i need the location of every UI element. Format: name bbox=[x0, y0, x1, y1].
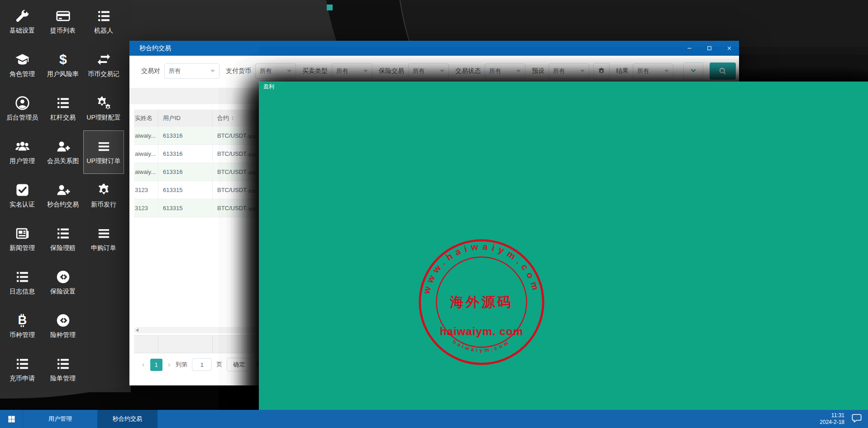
sidebar-item[interactable]: 基础设置 bbox=[2, 0, 43, 43]
list-icon bbox=[56, 96, 71, 111]
sidebar-item[interactable]: 会员关系图 bbox=[43, 130, 83, 174]
sidebar-item-label: 险种管理 bbox=[50, 331, 76, 339]
filter-label: 预设 bbox=[532, 67, 544, 75]
sort-icon[interactable]: ▲▼ bbox=[231, 115, 234, 121]
chat-button[interactable] bbox=[852, 413, 862, 425]
sidebar-item[interactable]: UP理财配置 bbox=[83, 87, 124, 130]
filter-select-value: 所有 bbox=[637, 67, 649, 75]
table-row[interactable]: 3123 613315 BTC/USDT-30S USDT 涨↑ 已平仓 10 … bbox=[134, 181, 732, 199]
scroll-left-arrow[interactable] bbox=[136, 328, 138, 332]
window-titlebar[interactable]: 秒合约交易 bbox=[129, 41, 739, 56]
sidebar-item[interactable]: B 币种管理 bbox=[2, 304, 43, 348]
sidebar-item-label: 新币发行 bbox=[91, 201, 116, 209]
filter-select[interactable]: 所有 bbox=[332, 63, 372, 79]
sidebar-item[interactable]: UP理财订单 bbox=[83, 130, 124, 174]
sidebar-item[interactable]: 角色管理 bbox=[2, 43, 43, 87]
filter-select-value: 所有 bbox=[489, 67, 501, 75]
sidebar-item[interactable]: 申购订单 bbox=[83, 217, 124, 261]
magnifier-icon bbox=[718, 67, 727, 76]
sidebar-item-label: 申购订单 bbox=[91, 244, 116, 252]
sidebar-item[interactable]: 保险设置 bbox=[43, 261, 83, 304]
minimize-icon bbox=[687, 45, 692, 51]
prev-page-button[interactable]: ‹ bbox=[141, 360, 146, 369]
column-header[interactable]: 实姓名 ▲▼ bbox=[134, 110, 158, 127]
sidebar-item[interactable]: 实名认证 bbox=[2, 174, 43, 217]
sidebar-item[interactable]: 机器人 bbox=[83, 0, 124, 43]
column-header-label: 用户ID bbox=[163, 114, 181, 122]
sidebar-item-label: 用户风险率 bbox=[47, 70, 79, 78]
sidebar-item-label: 币种管理 bbox=[10, 331, 35, 339]
sidebar-item-label: 币币交易记 bbox=[88, 70, 119, 78]
wrench-icon bbox=[15, 9, 30, 24]
window-control-button[interactable] bbox=[699, 41, 719, 56]
sidebar-item[interactable]: 新闻管理 bbox=[2, 217, 43, 261]
sidebar-item[interactable]: 提币列表 bbox=[43, 0, 83, 43]
sidebar-item-label: 保险设置 bbox=[50, 288, 76, 296]
column-header-label: 合约 bbox=[217, 114, 229, 122]
orders-table: 实姓名 ▲▼ 用户ID ▲▼ 合约 ▲▼ 币种 ▲▼ bbox=[134, 110, 732, 217]
list-icon bbox=[15, 356, 30, 371]
sidebar-item[interactable]: 险种管理 bbox=[43, 304, 83, 348]
close-icon bbox=[726, 45, 732, 51]
filter-select[interactable]: 所有 bbox=[548, 63, 589, 79]
preset-config-button[interactable] bbox=[593, 63, 610, 79]
start-button[interactable] bbox=[0, 410, 23, 428]
sidebar-item-label: 险单管理 bbox=[50, 375, 76, 383]
confirm-button[interactable]: 确定 bbox=[227, 358, 251, 371]
search-button[interactable] bbox=[710, 63, 736, 80]
filter-select[interactable]: 所有 bbox=[255, 63, 296, 79]
sidebar-item[interactable]: $ 用户风险率 bbox=[43, 43, 83, 87]
filter-select[interactable]: 所有 bbox=[633, 63, 673, 79]
chevron-down-icon bbox=[690, 67, 697, 75]
taskbar-clock[interactable]: 11:31 2024-2-18 bbox=[820, 412, 844, 426]
sidebar-item-label: 角色管理 bbox=[10, 70, 35, 78]
cell-real-name: aiwaiy... bbox=[134, 127, 158, 144]
taskbar-tray: 11:31 2024-2-18 bbox=[820, 410, 868, 428]
sidebar-item[interactable]: 币币交易记 bbox=[83, 43, 124, 87]
taskbar-item[interactable]: 秒合约交易 bbox=[97, 410, 157, 428]
list-icon bbox=[56, 226, 71, 241]
sidebar-item[interactable]: 用户管理 bbox=[2, 130, 43, 174]
cell-result: 盈利 bbox=[514, 181, 566, 199]
svg-text:B: B bbox=[18, 313, 27, 327]
column-header[interactable]: 用户ID ▲▼ bbox=[158, 110, 213, 127]
gears-icon bbox=[96, 96, 111, 111]
filter-bar: 交易对 所有 支付货币 所有 bbox=[129, 56, 739, 80]
clock-date: 2024-2-18 bbox=[820, 419, 844, 426]
windows-start-icon bbox=[7, 415, 16, 423]
sidebar-item[interactable]: 新币发行 bbox=[83, 174, 124, 217]
sidebar-item[interactable]: 秒合约交易 bbox=[43, 174, 83, 217]
chevron-down-icon bbox=[210, 70, 215, 72]
filter-select[interactable]: 所有 bbox=[408, 63, 449, 79]
card-icon bbox=[56, 9, 71, 24]
taskbar: 用户管理 秒合约交易 11:31 2024-2-18 bbox=[0, 410, 868, 428]
sidebar-item[interactable]: 充币申请 bbox=[2, 348, 43, 391]
brand-circle-icon bbox=[56, 313, 71, 328]
sidebar-item-label: 基础设置 bbox=[10, 27, 35, 35]
app-window: 秒合约交易 交易对 所有 bbox=[129, 41, 739, 385]
filter-label: 交易状态 bbox=[455, 67, 481, 75]
filter-select[interactable]: 所有 bbox=[164, 63, 219, 79]
sidebar-item-label: 用户管理 bbox=[10, 157, 35, 165]
taskbar-item[interactable]: 用户管理 bbox=[33, 410, 87, 428]
cell-real-name: aiwaiy... bbox=[134, 145, 158, 163]
filter-select[interactable]: 所有 bbox=[485, 63, 525, 79]
sidebar-item-label: 后台管理员 bbox=[6, 114, 38, 122]
gear-icon bbox=[597, 67, 606, 75]
chevron-down-icon bbox=[440, 70, 444, 72]
sidebar-item-label: 保险理赔 bbox=[50, 244, 76, 252]
sidebar-item[interactable]: 险单管理 bbox=[43, 348, 83, 391]
maximize-icon bbox=[706, 45, 712, 51]
current-page-button[interactable]: 1 bbox=[150, 359, 162, 371]
sidebar-item-label: 日志信息 bbox=[10, 288, 35, 296]
window-control-button[interactable] bbox=[719, 41, 739, 56]
sidebar-item[interactable]: 保险理赔 bbox=[43, 217, 83, 261]
sidebar-item[interactable]: 杠杆交易 bbox=[43, 87, 83, 130]
sidebar-item[interactable]: 后台管理员 bbox=[2, 87, 43, 130]
sidebar-item[interactable]: 日志信息 bbox=[2, 261, 43, 304]
goto-page-input[interactable] bbox=[192, 358, 212, 371]
expand-filters-button[interactable] bbox=[683, 63, 703, 80]
next-page-button[interactable]: › bbox=[167, 360, 172, 369]
cell-user-id: 613316 bbox=[158, 145, 213, 163]
window-control-button[interactable] bbox=[679, 41, 699, 56]
